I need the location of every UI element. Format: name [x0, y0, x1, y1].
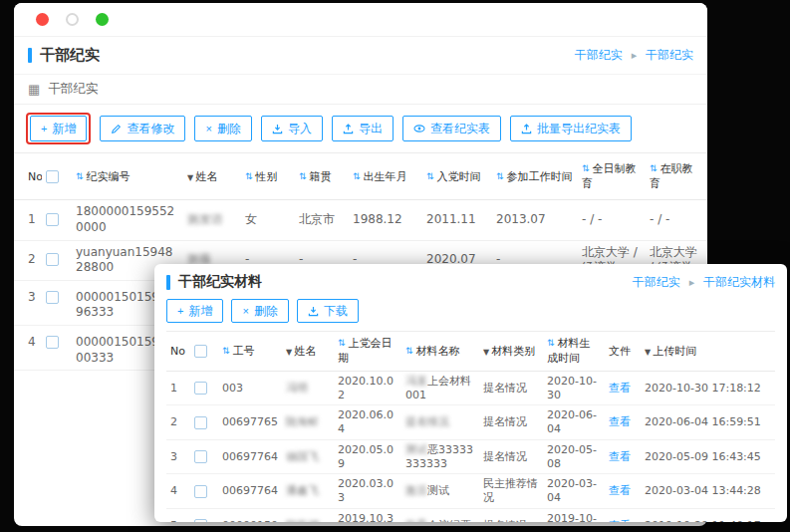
add-button[interactable]: + 新增: [30, 116, 87, 141]
import-button[interactable]: 导入: [261, 116, 323, 141]
row-checkbox[interactable]: [46, 291, 59, 304]
select-all-checkbox[interactable]: [46, 170, 59, 183]
view-file-link[interactable]: 查看: [609, 382, 631, 395]
column-header[interactable]: ⇅出生年月: [349, 153, 422, 200]
select-all-header: [190, 332, 218, 372]
page-header: 干部纪实 干部纪实 ▸ 干部纪实: [14, 37, 707, 74]
view-edit-button[interactable]: 查看修改: [100, 116, 185, 141]
download-button[interactable]: 下载: [297, 299, 359, 323]
column-header[interactable]: ⇅在职教育: [646, 153, 707, 200]
column-header[interactable]: ⇅性别: [241, 153, 295, 200]
column-header[interactable]: ⇅材料名称: [401, 332, 479, 372]
button-label: 删除: [254, 304, 278, 318]
sort-icon[interactable]: ⇅: [353, 171, 361, 181]
sort-icon[interactable]: ⇅: [405, 346, 413, 356]
view-file-link[interactable]: 查看: [609, 415, 631, 428]
column-header[interactable]: ▼姓名: [183, 153, 241, 200]
sort-icon[interactable]: ⇅: [650, 163, 658, 173]
filter-icon[interactable]: ▼: [187, 173, 193, 182]
export-button[interactable]: 导出: [332, 116, 394, 141]
delete-button[interactable]: × 删除: [194, 116, 251, 141]
row-checkbox[interactable]: [194, 450, 207, 463]
breadcrumb-current[interactable]: 干部纪实材料: [703, 275, 775, 289]
column-label: 姓名: [195, 170, 217, 183]
cell-category: 提名情况: [479, 508, 543, 522]
view-file-link[interactable]: 查看: [609, 484, 631, 497]
view-record-table-button[interactable]: 查看纪实表: [402, 116, 501, 141]
sort-icon[interactable]: ⇅: [76, 171, 84, 181]
cell-name: 魏薇娜: [282, 508, 334, 522]
delete-button[interactable]: × 删除: [231, 299, 288, 323]
cell-uploaded: 2020-03-04 13:44:28: [641, 474, 775, 509]
column-header[interactable]: ⇅工号: [218, 332, 282, 372]
row-checkbox[interactable]: [46, 253, 59, 266]
row-checkbox[interactable]: [194, 519, 207, 522]
sort-icon[interactable]: ⇅: [245, 171, 253, 181]
button-label: 查看修改: [127, 122, 174, 135]
column-header[interactable]: ▼姓名: [282, 332, 334, 372]
sort-icon[interactable]: ⇅: [582, 163, 590, 173]
breadcrumb-current[interactable]: 干部纪实: [646, 48, 693, 62]
row-checkbox[interactable]: [46, 336, 59, 349]
batch-export-button[interactable]: 批量导出纪实表: [510, 116, 632, 141]
row-checkbox[interactable]: [194, 382, 207, 395]
column-header[interactable]: ⇅籍贯: [295, 153, 349, 200]
main-toolbar: + 新增 查看修改 × 删除 导入 导出 查看纪实表 批量导出纪实表: [14, 105, 707, 152]
filter-icon[interactable]: ▼: [286, 348, 292, 357]
cell-material: 激活测试: [401, 474, 479, 509]
column-label: 入党时间: [437, 170, 481, 183]
row-checkbox[interactable]: [194, 416, 207, 429]
breadcrumb-link[interactable]: 干部纪实: [633, 275, 680, 289]
column-label: 材料名称: [416, 345, 460, 358]
button-label: 新增: [188, 304, 212, 318]
export-icon: [343, 124, 354, 134]
column-header[interactable]: ▼材料类别: [479, 332, 543, 372]
filter-icon[interactable]: ▼: [645, 348, 651, 357]
cell-meeting_date: 2019.10.30: [334, 508, 401, 522]
sort-icon[interactable]: ⇅: [299, 171, 307, 181]
view-file-link[interactable]: 查看: [609, 450, 631, 463]
redacted-text: 潘鑫飞: [286, 484, 319, 497]
cell-name: 测发语: [183, 200, 241, 240]
add-button[interactable]: + 新增: [166, 299, 223, 323]
column-header[interactable]: ⇅参加工作时间: [492, 153, 578, 200]
minimize-window-button[interactable]: [66, 13, 79, 26]
cell-check: [42, 325, 72, 370]
redacted-text: 测发语: [187, 212, 223, 226]
breadcrumb-link[interactable]: 干部纪实: [575, 48, 623, 62]
table-row: 300697764德国飞2020.05.09测试恶33333333333提名情况…: [166, 439, 775, 474]
cell-no: 3: [166, 439, 190, 474]
sort-icon[interactable]: ⇅: [496, 171, 504, 181]
redacted-text: 提名情况: [405, 415, 449, 428]
redacted-text: 魏薇娜: [286, 519, 319, 522]
cell-uploaded: 2020-05-09 16:43:45: [641, 439, 775, 474]
sort-icon[interactable]: ⇅: [547, 338, 555, 348]
row-checkbox[interactable]: [46, 213, 59, 226]
column-header[interactable]: ⇅上党会日期: [334, 332, 401, 372]
cell-file: 查看: [605, 405, 641, 440]
close-window-button[interactable]: [36, 13, 49, 26]
sort-icon[interactable]: ⇅: [222, 346, 230, 356]
cell-native: 北京市: [295, 200, 349, 240]
sort-icon[interactable]: ⇅: [426, 171, 434, 181]
cell-name: 陆海鲜: [282, 405, 334, 440]
select-all-checkbox[interactable]: [194, 345, 207, 358]
cell-text: 会议纪要: [427, 519, 471, 522]
sort-icon[interactable]: ⇅: [338, 338, 346, 348]
column-header[interactable]: ⇅纪实编号: [72, 153, 183, 200]
view-file-link[interactable]: 查看: [609, 519, 631, 522]
cell-meeting_date: 2020.05.09: [334, 439, 401, 474]
column-header[interactable]: ⇅入党时间: [422, 153, 492, 200]
materials-table-body: 1003冯明2020.10.02冯某上会材料001提名情况2020-10-30查…: [166, 371, 775, 522]
column-header[interactable]: ⇅全日制教育: [578, 153, 646, 200]
maximize-window-button[interactable]: [96, 13, 109, 26]
column-header[interactable]: ▼上传时间: [641, 332, 775, 372]
materials-breadcrumb: 干部纪实 ▸ 干部纪实材料: [633, 274, 775, 291]
column-header[interactable]: ⇅材料生成时间: [543, 332, 605, 372]
cell-category: 提名情况: [479, 405, 543, 440]
cell-emp_id: 00697764: [218, 439, 282, 474]
filter-icon[interactable]: ▼: [483, 348, 489, 357]
row-checkbox[interactable]: [194, 485, 207, 498]
column-label: 籍贯: [310, 170, 332, 183]
table-row: 1003冯明2020.10.02冯某上会材料001提名情况2020-10-30查…: [166, 371, 775, 405]
